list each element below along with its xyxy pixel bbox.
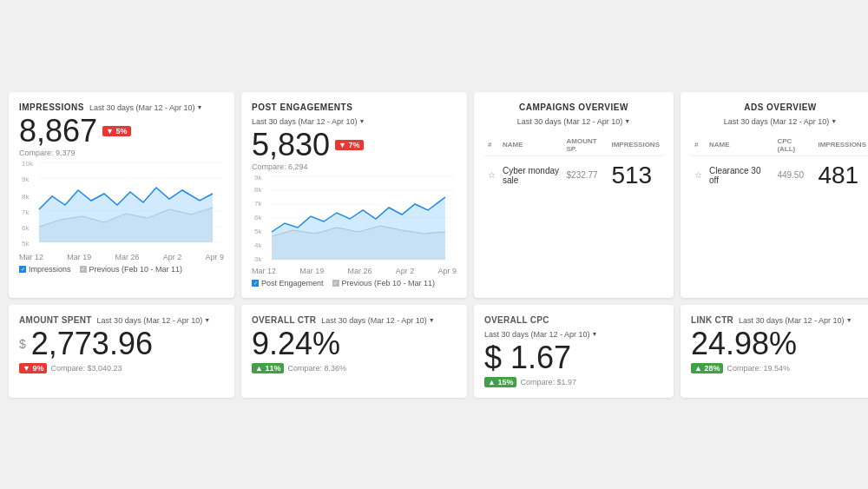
link-ctr-date-filter[interactable]: Last 30 days (Mar 12 - Apr 10) (739, 316, 852, 325)
amount-spent-badge: ▼ 9% (19, 363, 47, 373)
link-ctr-title: LINK CTR (691, 315, 733, 325)
pe-x5: Apr 9 (437, 267, 457, 275)
svg-text:6k: 6k (22, 224, 30, 232)
campaigns-table: # NAME AMOUNT SP. IMPRESSIONS ☆ Cyber mo… (484, 135, 663, 195)
ads-col-num: # (691, 135, 706, 156)
ads-col-cpc: CPC (ALL) (773, 135, 814, 156)
overall-cpc-value: $ 1.67 (484, 342, 571, 373)
post-engagements-compare: Compare: 6,294 (252, 162, 457, 171)
campaigns-table-header: # NAME AMOUNT SP. IMPRESSIONS (484, 135, 663, 156)
impressions-legend-prev: ✓ Previous (Feb 10 - Mar 11) (80, 265, 183, 274)
ads-col-name: NAME (706, 135, 773, 156)
svg-text:7k: 7k (22, 208, 30, 216)
campaigns-header: CAMPAIGNS OVERVIEW Last 30 days (Mar 12 … (484, 102, 663, 128)
pe-legend-prev: ✓ Previous (Feb 10 - Mar 11) (332, 279, 436, 287)
impressions-x3: Mar 26 (115, 253, 139, 261)
ads-col-impressions: IMPRESSIONS (814, 135, 868, 156)
post-engagements-badge: ▼ 7% (335, 140, 363, 150)
impressions-title: IMPRESSIONS (19, 102, 84, 112)
campaigns-title: CAMPAIGNS OVERVIEW (484, 102, 663, 112)
ads-table: # NAME CPC (ALL) IMPRESSIONS ☆ Clearance… (691, 135, 868, 195)
dashboard: IMPRESSIONS Last 30 days (Mar 12 - Apr 1… (0, 83, 868, 406)
overall-cpc-badge: ▲ 15% (484, 377, 516, 387)
svg-text:9k: 9k (22, 175, 30, 183)
pe-prev-check-icon: ✓ (332, 280, 339, 287)
impressions-legend-current: ✓ Impressions (19, 265, 71, 274)
impressions-x4: Apr 2 (163, 253, 182, 261)
impressions-date-filter[interactable]: Last 30 days (Mar 12 - Apr 10) (89, 103, 203, 112)
campaigns-table-row: ☆ Cyber monday sale $232.77 513 (484, 155, 663, 195)
pe-legend: ✓ Post Engagement ✓ Previous (Feb 10 - M… (252, 279, 457, 287)
overall-cpc-compare: Compare: $1.97 (520, 378, 576, 387)
campaigns-row-num: ☆ (484, 155, 499, 195)
svg-text:5k: 5k (22, 240, 30, 248)
amount-spent-compare: Compare: $3,040.23 (50, 364, 122, 373)
pe-x1: Mar 12 (252, 267, 276, 275)
impressions-value: 8,867 (19, 116, 97, 147)
svg-text:8k: 8k (254, 186, 262, 194)
svg-text:4k: 4k (254, 241, 262, 249)
ads-row-cpc: 449.50 (773, 155, 814, 195)
post-engagements-date-filter[interactable]: Last 30 days (Mar 12 - Apr 10) (252, 117, 365, 126)
overall-ctr-card: OVERALL CTR Last 30 days (Mar 12 - Apr 1… (241, 305, 467, 398)
overall-ctr-badge: ▲ 11% (252, 363, 284, 373)
amount-spent-date-filter[interactable]: Last 30 days (Mar 12 - Apr 10) (97, 316, 211, 325)
campaigns-col-name: NAME (499, 135, 563, 156)
post-engagements-card: POST ENGAGEMENTS Last 30 days (Mar 12 - … (241, 92, 467, 298)
campaigns-row-name: Cyber monday sale (499, 155, 563, 195)
pe-check-icon: ✓ (252, 280, 259, 287)
overall-ctr-value: 9.24% (252, 328, 340, 360)
impressions-badge: ▼ 5% (102, 126, 130, 136)
overall-ctr-title: OVERALL CTR (252, 315, 316, 325)
ads-header: ADS OVERVIEW Last 30 days (Mar 12 - Apr … (691, 102, 868, 128)
post-engagements-chart: 9k 8k 7k 6k 5k 4k 3k (252, 171, 457, 267)
ads-overview-card: ADS OVERVIEW Last 30 days (Mar 12 - Apr … (681, 92, 868, 298)
impressions-card: IMPRESSIONS Last 30 days (Mar 12 - Apr 1… (9, 92, 234, 298)
link-ctr-value: 24.98% (691, 328, 797, 360)
overall-cpc-card: OVERALL CPC Last 30 days (Mar 12 - Apr 1… (474, 305, 674, 398)
campaigns-date-filter[interactable]: Last 30 days (Mar 12 - Apr 10) (517, 117, 631, 126)
ads-row-num: ☆ (691, 155, 706, 195)
pe-x2: Mar 19 (299, 267, 324, 275)
svg-text:5k: 5k (254, 228, 262, 235)
impressions-check-icon: ✓ (19, 266, 26, 273)
ads-row-impressions: 481 (814, 155, 868, 195)
impressions-x1: Mar 12 (19, 253, 43, 261)
ads-table-row: ☆ Clearance 30 off 449.50 481 (691, 155, 868, 195)
campaigns-col-impressions: IMPRESSIONS (608, 135, 663, 156)
ads-title: ADS OVERVIEW (691, 102, 868, 112)
overall-cpc-date-filter[interactable]: Last 30 days (Mar 12 - Apr 10) (484, 330, 598, 339)
impressions-compare: Compare: 9,379 (19, 149, 224, 157)
overall-cpc-title: OVERALL CPC (484, 315, 549, 325)
amount-spent-value: 2,773.96 (31, 328, 153, 360)
impressions-prev-check-icon: ✓ (80, 266, 87, 273)
pe-legend-current: ✓ Post Engagement (252, 279, 324, 287)
svg-text:8k: 8k (22, 193, 30, 201)
impressions-x5: Apr 9 (205, 253, 224, 261)
svg-text:10k: 10k (22, 160, 34, 168)
campaigns-overview-card: CAMPAIGNS OVERVIEW Last 30 days (Mar 12 … (474, 92, 674, 298)
amount-spent-card: AMOUNT SPENT Last 30 days (Mar 12 - Apr … (9, 305, 234, 398)
pe-x3: Mar 26 (347, 267, 372, 275)
overall-ctr-compare: Compare: 8.36% (287, 364, 346, 373)
campaigns-col-amount: AMOUNT SP. (563, 135, 608, 156)
link-ctr-badge: ▲ 28% (691, 363, 723, 373)
ads-row-name: Clearance 30 off (706, 155, 773, 195)
link-ctr-compare: Compare: 19.54% (727, 364, 790, 373)
campaigns-row-amount: $232.77 (563, 155, 608, 195)
ads-date-filter[interactable]: Last 30 days (Mar 12 - Apr 10) (724, 117, 838, 126)
impressions-chart: 10k 9k 8k 7k 6k 5k (19, 157, 224, 253)
svg-text:6k: 6k (254, 214, 262, 221)
overall-ctr-date-filter[interactable]: Last 30 days (Mar 12 - Apr 10) (321, 316, 435, 325)
svg-text:7k: 7k (254, 200, 262, 208)
impressions-legend: ✓ Impressions ✓ Previous (Feb 10 - Mar 1… (19, 265, 224, 274)
post-engagements-title: POST ENGAGEMENTS (252, 102, 352, 112)
ads-table-header: # NAME CPC (ALL) IMPRESSIONS (691, 135, 868, 156)
amount-spent-title: AMOUNT SPENT (19, 315, 92, 325)
post-engagements-value: 5,830 (252, 129, 330, 161)
svg-text:9k: 9k (254, 174, 262, 182)
campaigns-col-num: # (484, 135, 499, 156)
impressions-x2: Mar 19 (67, 253, 91, 261)
pe-x4: Apr 2 (396, 267, 415, 275)
svg-text:3k: 3k (254, 255, 262, 263)
